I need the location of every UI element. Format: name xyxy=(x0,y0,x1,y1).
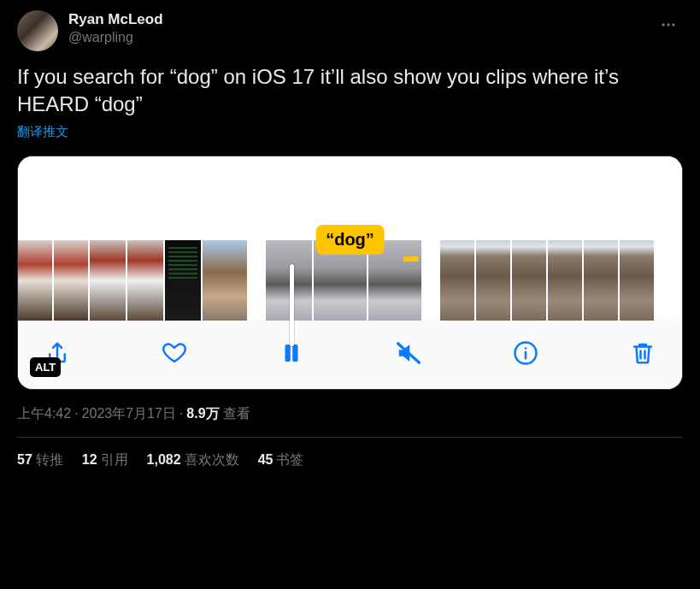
svg-rect-3 xyxy=(285,345,291,362)
retweets-stat[interactable]: 57转推 xyxy=(17,451,63,469)
quotes-stat[interactable]: 12引用 xyxy=(82,451,128,469)
translate-link[interactable]: 翻译推文 xyxy=(17,124,683,140)
thumbnail xyxy=(440,240,474,321)
clip-group-1 xyxy=(18,240,247,321)
delete-button[interactable] xyxy=(626,336,660,370)
svg-point-8 xyxy=(525,347,527,350)
views-label: 查看 xyxy=(223,406,250,421)
mute-icon xyxy=(396,340,421,366)
thumbnail xyxy=(54,240,88,321)
caption-marker xyxy=(403,256,419,262)
more-options-button[interactable] xyxy=(654,10,683,39)
likes-stat[interactable]: 1,082喜欢次数 xyxy=(147,451,239,469)
playhead-indicator[interactable] xyxy=(290,264,294,346)
display-name: Ryan McLeod xyxy=(68,10,163,29)
stat-label: 转推 xyxy=(36,452,63,467)
thumbnail xyxy=(620,240,654,321)
thumbnail xyxy=(165,240,201,321)
tweet-text: If you search for “dog” on iOS 17 it’ll … xyxy=(17,63,683,119)
clip-gap xyxy=(247,240,266,321)
svg-point-0 xyxy=(662,23,665,26)
thumbnail xyxy=(203,240,247,321)
audio-caption-pill: “dog” xyxy=(315,225,385,255)
stat-count: 1,082 xyxy=(147,452,181,467)
thumbnail xyxy=(127,240,163,321)
views-count: 8.9万 xyxy=(186,406,219,421)
bookmarks-stat[interactable]: 45书签 xyxy=(258,451,304,469)
thumbnail xyxy=(584,240,618,321)
stat-count: 45 xyxy=(258,452,274,467)
thumbnail xyxy=(90,240,126,321)
info-icon xyxy=(513,340,538,366)
like-button[interactable] xyxy=(157,336,191,370)
tweet-header: Ryan McLeod @warpling xyxy=(17,10,683,51)
stat-label: 引用 xyxy=(101,452,128,467)
user-handle: @warpling xyxy=(68,29,163,47)
svg-point-1 xyxy=(667,23,669,26)
alt-badge[interactable]: ALT xyxy=(30,357,61,377)
tweet-date: 2023年7月17日 xyxy=(82,406,176,421)
heart-icon xyxy=(162,340,187,366)
thumbnail xyxy=(476,240,510,321)
mute-button[interactable] xyxy=(391,336,426,370)
tweet-time: 上午4:42 xyxy=(17,406,71,421)
svg-point-2 xyxy=(672,23,674,26)
thumbnail xyxy=(18,240,52,321)
stat-label: 喜欢次数 xyxy=(185,452,239,467)
clip-gap xyxy=(421,240,440,321)
media-toolbar xyxy=(18,321,682,389)
thumbnail xyxy=(548,240,582,321)
tweet-container: Ryan McLeod @warpling If you search for … xyxy=(0,0,700,469)
thumbnail xyxy=(266,240,312,321)
svg-rect-4 xyxy=(292,345,297,362)
stat-count: 12 xyxy=(82,452,97,467)
info-button[interactable] xyxy=(509,336,543,370)
stat-label: 书签 xyxy=(276,452,303,467)
trash-icon xyxy=(630,340,656,366)
tweet-meta[interactable]: 上午4:42·2023年7月17日·8.9万 查看 xyxy=(17,405,683,423)
avatar[interactable] xyxy=(17,10,58,51)
thumbnail xyxy=(512,240,546,321)
stat-count: 57 xyxy=(17,452,32,467)
ellipsis-icon xyxy=(660,16,677,33)
clip-group-3 xyxy=(440,240,654,321)
user-block[interactable]: Ryan McLeod @warpling xyxy=(68,10,163,47)
stats-row: 57转推 12引用 1,082喜欢次数 45书签 xyxy=(17,438,683,469)
media-attachment[interactable]: “dog” xyxy=(17,156,683,390)
